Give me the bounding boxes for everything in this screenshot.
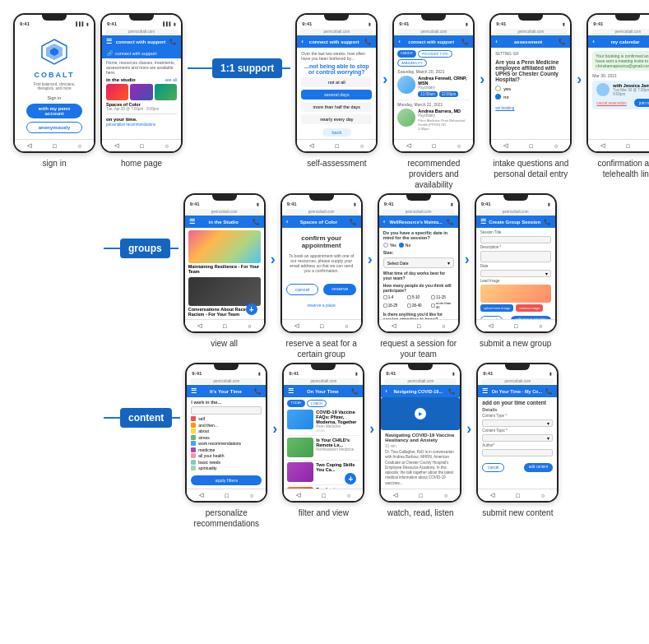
back-icon-intake[interactable]: ‹ — [495, 38, 498, 45]
battery-filt: ▮ — [355, 371, 358, 376]
q1-no[interactable]: No — [399, 243, 410, 248]
anonymous-button[interactable]: anonymously — [26, 122, 81, 133]
size-select[interactable]: Select Date ▾ — [383, 257, 454, 268]
back-icon-assess[interactable]: ‹ — [301, 38, 304, 45]
sc-author-input[interactable] — [482, 449, 553, 456]
sc-type-select[interactable]: ▾ — [482, 419, 553, 427]
filter-medicine[interactable]: medicine — [191, 447, 262, 452]
caption-confirm: confirmation and telehealth link — [586, 158, 649, 179]
sg-field2-input[interactable] — [480, 251, 551, 262]
chip-today[interactable]: TODAY — [287, 400, 304, 407]
size-26-40[interactable]: 26-40 — [407, 301, 429, 309]
nav-home-req: □ — [417, 323, 420, 329]
back-button[interactable]: back — [322, 128, 352, 137]
bottom-nav-home: ◁ □ ○ — [102, 139, 181, 151]
row2-container: groups 9:41 ▮ penncobalt.com ☰ in the St… — [13, 193, 636, 359]
filter-health[interactable]: all your health — [191, 453, 262, 458]
size-11-15[interactable]: 11-15 — [431, 295, 453, 299]
home-connect-banner[interactable]: 🔗 connect with support — [102, 48, 181, 58]
size-5-10[interactable]: 5-10 — [407, 295, 429, 299]
hamburger-filt[interactable]: ☰ — [288, 387, 294, 395]
join-now-button[interactable]: join now — [634, 99, 649, 107]
penn-account-button[interactable]: with my penn account — [26, 104, 81, 118]
slot-11am[interactable]: 11:00am — [418, 91, 438, 97]
screen-request: 9:41 ▮ penncobalt.com ‹ WellResource's M… — [379, 195, 458, 331]
sc-field2-label: Content Topic * — [482, 429, 553, 433]
sc-add-btn[interactable]: add content — [524, 463, 554, 472]
q1-yes[interactable]: Yes — [383, 243, 396, 248]
back-icon-watch[interactable]: ‹ — [385, 387, 387, 395]
studio-header-row: in the studio see all — [106, 77, 177, 82]
play-button[interactable]: ▶ — [415, 408, 426, 419]
back-icon-confirm[interactable]: ‹ — [592, 38, 595, 45]
reserve-link[interactable]: reserve a place — [308, 303, 336, 308]
filter-ember[interactable]: EMBER — [397, 50, 415, 58]
nav-menu-prov: ○ — [457, 143, 461, 149]
set-booking-link[interactable]: set booking — [495, 106, 566, 110]
pers-title: It's Your Time — [210, 389, 242, 394]
back-icon-request[interactable]: ‹ — [383, 218, 386, 225]
photo3 — [155, 84, 177, 100]
size-1-4[interactable]: 1-4 — [383, 295, 406, 299]
prov2-title: Psychiatry — [418, 114, 465, 118]
option-several-days[interactable]: several days — [301, 90, 372, 100]
filter-self[interactable]: self — [191, 416, 262, 421]
pers-filter-list: self and then... about stress work recom… — [191, 416, 262, 470]
filter-avail[interactable]: AVAILABILITY — [397, 59, 427, 67]
hamburger-sg[interactable]: ☰ — [480, 218, 486, 225]
size-40plus[interactable]: more than 40 — [431, 301, 453, 309]
filter-and-then[interactable]: and then... — [191, 423, 262, 428]
hamburger-sc[interactable]: ☰ — [482, 387, 488, 395]
prov1-avatar — [397, 76, 415, 94]
phone-icon-request: 📞 — [447, 219, 454, 225]
sc-topic-select[interactable]: ▾ — [482, 434, 553, 442]
chip-coach[interactable]: COACH — [307, 400, 327, 407]
remove-btn[interactable]: remove image — [516, 304, 543, 312]
sg-field3-input[interactable]: ▾ — [480, 270, 551, 277]
time-reserve: 9:41 — [287, 202, 297, 206]
option-nearly-every[interactable]: nearly every day — [301, 114, 372, 124]
content-item-1[interactable]: COVID-19 Vaccine FAQs: Pfizer, Moderna, … — [287, 410, 359, 436]
cancel-reservation-link[interactable]: cancel reservation — [596, 101, 627, 105]
sg-field1-input[interactable] — [480, 236, 551, 243]
hamburger-pers[interactable]: ☰ — [191, 387, 197, 395]
reserve-btn[interactable]: reserve — [323, 284, 356, 295]
slot-12pm[interactable]: 12:00pm — [439, 91, 459, 97]
battery-sc: ▮ — [549, 371, 552, 376]
apply-filters-btn[interactable]: apply filters — [191, 475, 262, 485]
group-card-1[interactable]: Maintaining Resilience - For Your Team — [188, 230, 261, 275]
back-btn-container: back — [301, 130, 372, 135]
nav-home-groups: □ — [223, 323, 226, 329]
back-icon-prov[interactable]: ‹ — [398, 38, 401, 45]
size-16-25[interactable]: 16-25 — [383, 301, 406, 309]
content-item-2[interactable]: Is Your CHILD's Remote Le... Northwester… — [287, 438, 359, 461]
personalize-link[interactable]: personalize recommendations — [106, 123, 177, 127]
intake-option-yes[interactable]: yes — [495, 86, 566, 91]
q4-text: How many people do you think will partic… — [383, 283, 454, 293]
home-content: 🔗 connect with support Home, resources c… — [102, 48, 181, 139]
sc-cancel-btn[interactable]: cancel — [482, 463, 504, 472]
filter-stress[interactable]: stress — [191, 435, 262, 440]
phone-frame-personalize: 9:41 ▮ penncobalt.com ☰ It's Your Time 📞… — [185, 363, 267, 503]
back-icon-reserve[interactable]: ‹ — [286, 218, 289, 225]
filter-basic[interactable]: basic needs — [191, 460, 262, 465]
nav-back-req: ◁ — [392, 322, 396, 329]
bottom-nav-groups: ◁ □ ○ — [185, 319, 264, 331]
filter-spirit[interactable]: spirituality — [191, 466, 262, 470]
filter-type[interactable]: PROVIDER TYPE — [418, 50, 452, 58]
intake-option-no[interactable]: no — [495, 94, 566, 100]
pers-search[interactable] — [191, 406, 262, 415]
upload-btn[interactable]: upload new image — [480, 304, 513, 312]
cancel-reserve-btn[interactable]: cancel — [286, 284, 318, 295]
screen-assessment: 9:41 ▮ penncobalt.com ‹ connect with sup… — [297, 15, 376, 151]
phone-icon-watch: 📞 — [448, 388, 456, 395]
option-not-at-all[interactable]: not at all — [301, 77, 372, 87]
signin-content: COBALT Find balanced, clinicians,therapi… — [15, 28, 94, 139]
see-all-link[interactable]: see all — [165, 77, 177, 82]
filter-work-rec[interactable]: work recommendations — [191, 441, 262, 446]
hamburger-groups[interactable]: ☰ — [189, 218, 195, 225]
hamburger-icon[interactable]: ☰ — [106, 38, 112, 45]
filter-about[interactable]: about — [191, 429, 262, 433]
add-group-fab[interactable]: + — [246, 303, 257, 315]
option-half-days[interactable]: more than half the days — [301, 102, 372, 112]
